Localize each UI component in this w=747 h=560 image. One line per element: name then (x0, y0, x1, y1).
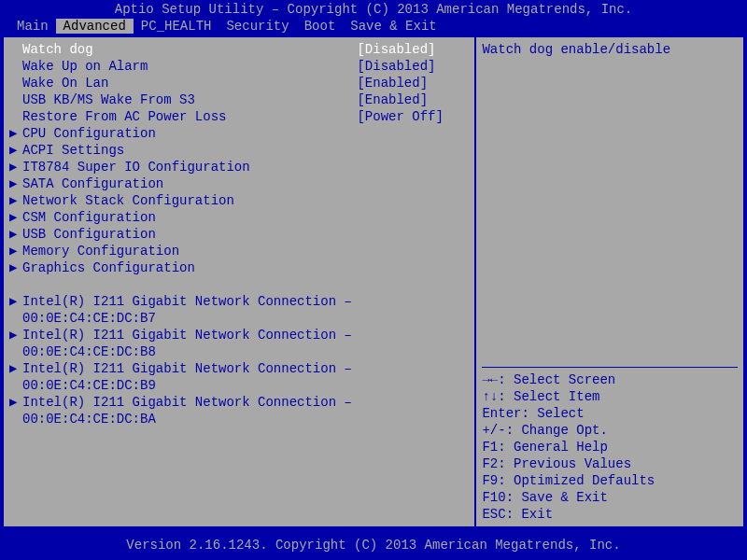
nav-help-line: F9: Optimized Defaults (482, 472, 738, 489)
nic-mac: 00:0E:C4:CE:DC:B9 (22, 377, 156, 394)
submenu-csm[interactable]: ▶ CSM Configuration (9, 209, 469, 226)
chevron-right-icon: ▶ (9, 209, 22, 226)
submenu-nic-0-mac: 00:0E:C4:CE:DC:B7 (9, 310, 469, 327)
title-bar: Aptio Setup Utility – Copyright (C) 2013… (0, 0, 747, 19)
tab-advanced[interactable]: Advanced (56, 19, 134, 34)
tab-boot[interactable]: Boot (297, 19, 344, 34)
nic-mac: 00:0E:C4:CE:DC:B8 (22, 343, 156, 360)
option-watch-dog[interactable]: Watch dog [Disabled] (9, 41, 469, 58)
option-value: [Enabled] (357, 75, 469, 91)
chevron-right-icon: ▶ (9, 192, 22, 209)
submenu-network-stack[interactable]: ▶ Network Stack Configuration (9, 192, 469, 209)
chevron-right-icon: ▶ (9, 360, 22, 377)
submenu-acpi[interactable]: ▶ ACPI Settings (9, 142, 469, 159)
submenu-nic-1-mac: 00:0E:C4:CE:DC:B8 (9, 343, 469, 360)
nic-mac: 00:0E:C4:CE:DC:BA (22, 411, 156, 427)
submenu-sata[interactable]: ▶ SATA Configuration (9, 175, 469, 192)
submenu-cpu[interactable]: ▶ CPU Configuration (9, 125, 469, 142)
option-label: Restore From AC Power Loss (22, 108, 357, 125)
submenu-label: IT8784 Super IO Configuration (22, 159, 250, 175)
option-label: USB KB/MS Wake From S3 (22, 91, 357, 108)
option-wake-alarm[interactable]: Wake Up on Alarm [Disabled] (9, 58, 469, 75)
footer-version: Version 2.16.1243. Copyright (C) 2013 Am… (0, 536, 747, 560)
nic-mac: 00:0E:C4:CE:DC:B7 (22, 310, 156, 327)
submenu-superio[interactable]: ▶ IT8784 Super IO Configuration (9, 159, 469, 175)
chevron-right-icon: ▶ (9, 159, 22, 175)
submenu-memory[interactable]: ▶ Memory Configuration (9, 243, 469, 259)
chevron-right-icon: ▶ (9, 175, 22, 192)
tab-security[interactable]: Security (218, 19, 296, 34)
submenu-nic-0[interactable]: ▶ Intel(R) I211 Gigabit Network Connecti… (9, 293, 469, 310)
nav-help-line: ↑↓: Select Item (482, 388, 738, 405)
chevron-right-icon: ▶ (9, 259, 22, 276)
tab-main[interactable]: Main (9, 19, 56, 34)
chevron-right-icon: ▶ (9, 243, 22, 259)
submenu-label: ACPI Settings (22, 142, 124, 159)
option-label: Wake Up on Alarm (22, 58, 357, 75)
submenu-label: CSM Configuration (22, 209, 156, 226)
help-panel: Watch dog enable/disable →←: Select Scre… (474, 35, 745, 528)
chevron-right-icon: ▶ (9, 293, 22, 310)
submenu-label: SATA Configuration (22, 175, 163, 192)
option-wake-lan[interactable]: Wake On Lan [Enabled] (9, 75, 469, 91)
nic-label: Intel(R) I211 Gigabit Network Connection… (22, 327, 352, 343)
nav-help-line: F1: General Help (482, 439, 738, 455)
submenu-nic-2[interactable]: ▶ Intel(R) I211 Gigabit Network Connecti… (9, 360, 469, 377)
chevron-right-icon: ▶ (9, 125, 22, 142)
submenu-label: CPU Configuration (22, 125, 156, 142)
nav-help-line: ESC: Exit (482, 506, 738, 523)
submenu-label: Network Stack Configuration (22, 192, 234, 209)
submenu-usb[interactable]: ▶ USB Configuration (9, 226, 469, 243)
option-value: [Enabled] (357, 91, 469, 108)
chevron-right-icon: ▶ (9, 394, 22, 411)
submenu-label: USB Configuration (22, 226, 156, 243)
nav-help-line: F10: Save & Exit (482, 489, 738, 506)
option-value: [Power Off] (357, 108, 469, 125)
option-label: Watch dog (22, 41, 357, 58)
nav-help-line: →←: Select Screen (482, 371, 738, 388)
settings-panel: Watch dog [Disabled] Wake Up on Alarm [D… (2, 35, 474, 528)
submenu-nic-3[interactable]: ▶ Intel(R) I211 Gigabit Network Connecti… (9, 394, 469, 411)
tab-pc-health[interactable]: PC_HEALTH (134, 19, 219, 34)
nic-label: Intel(R) I211 Gigabit Network Connection… (22, 293, 352, 310)
option-label: Wake On Lan (22, 75, 357, 91)
chevron-right-icon: ▶ (9, 226, 22, 243)
nav-help-line: Enter: Select (482, 405, 738, 422)
tab-save-exit[interactable]: Save & Exit (343, 19, 444, 34)
submenu-label: Graphics Configuration (22, 259, 195, 276)
nic-label: Intel(R) I211 Gigabit Network Connection… (22, 394, 352, 411)
submenu-nic-2-mac: 00:0E:C4:CE:DC:B9 (9, 377, 469, 394)
tab-bar: Main Advanced PC_HEALTH Security Boot Sa… (0, 19, 747, 34)
submenu-nic-1[interactable]: ▶ Intel(R) I211 Gigabit Network Connecti… (9, 327, 469, 343)
divider (482, 367, 738, 368)
option-value: [Disabled] (357, 41, 469, 58)
submenu-nic-3-mac: 00:0E:C4:CE:DC:BA (9, 411, 469, 427)
chevron-right-icon: ▶ (9, 327, 22, 343)
submenu-label: Memory Configuration (22, 243, 179, 259)
option-usb-wake[interactable]: USB KB/MS Wake From S3 [Enabled] (9, 91, 469, 108)
submenu-graphics[interactable]: ▶ Graphics Configuration (9, 259, 469, 276)
help-description: Watch dog enable/disable (482, 41, 738, 58)
nav-help-line: +/-: Change Opt. (482, 422, 738, 439)
nav-help-line: F2: Previous Values (482, 455, 738, 472)
option-value: [Disabled] (357, 58, 469, 75)
option-ac-power-loss[interactable]: Restore From AC Power Loss [Power Off] (9, 108, 469, 125)
nic-label: Intel(R) I211 Gigabit Network Connection… (22, 360, 352, 377)
chevron-right-icon: ▶ (9, 142, 22, 159)
